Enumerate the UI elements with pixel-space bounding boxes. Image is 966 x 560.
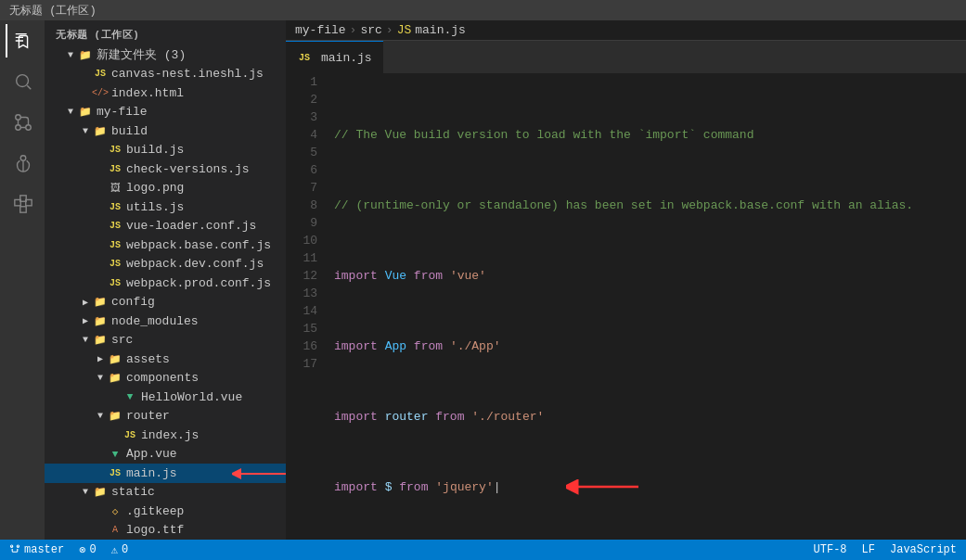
chevron-my-file: ▼ [63,105,78,120]
status-lineending[interactable]: LF [862,543,875,556]
sidebar-item-index-html[interactable]: ▶ </> index.html [45,83,286,103]
sidebar-item-router[interactable]: ▼ 📁 router [45,407,286,426]
status-bar: master ⊗ 0 ⚠ 0 UTF-8 LF JavaScript [0,540,966,560]
logo-ttf-label: logo.ttf [126,523,184,537]
sidebar-item-webpack-base[interactable]: ▶ JS webpack.base.conf.js [45,235,286,255]
tab-main-js-label: main.js [321,51,372,65]
code-line-6: import $ from 'jquery'| [334,478,966,496]
activity-explorer[interactable] [6,24,39,57]
activity-bar [0,20,45,540]
code-content: // The Vue build version to load with th… [327,73,966,540]
components-folder-icon: 📁 [108,371,122,386]
check-versions-label: check-versions.js [126,162,250,176]
build-label: build [111,124,148,138]
folder-icon: 📁 [78,47,93,62]
title-bar: 无标题 (工作区) [0,0,966,20]
gitkeep-label: .gitkeep [126,504,184,518]
activity-debug[interactable] [6,146,39,180]
activity-extensions[interactable] [6,187,39,221]
code-arrow [566,479,640,495]
activity-search[interactable] [6,65,39,98]
js-icon: JS [108,161,122,176]
sidebar-item-src[interactable]: ▼ 📁 src [45,331,286,350]
sidebar-item-static[interactable]: ▼ 📁 static [45,483,286,503]
chevron-new-folder: ▼ [63,47,78,62]
svg-rect-7 [20,207,26,212]
sidebar-item-config[interactable]: ▶ 📁 config [45,293,286,312]
config-label: config [111,295,155,309]
assets-folder-icon: 📁 [108,351,122,366]
sidebar-item-components[interactable]: ▼ 📁 components [45,369,286,388]
sidebar-item-logo-ttf[interactable]: ▶ A logo.ttf [45,521,286,541]
sidebar-item-my-file[interactable]: ▼ 📁 my-file [45,103,286,122]
tab-main-js[interactable]: JS main.js [286,41,383,73]
sidebar-item-webpack-prod[interactable]: ▶ JS webpack.prod.conf.js [45,274,286,293]
vue-loader-label: vue-loader.conf.js [126,219,256,233]
components-label: components [126,371,199,385]
vue-icon: ▼ [122,389,137,404]
js-icon: JS [93,67,108,82]
tab-js-icon: JS [297,50,312,65]
status-error-icon: ⊗ [79,543,85,557]
static-label: static [111,485,155,499]
code-line-1: // The Vue build version to load with th… [334,126,966,144]
js-icon: JS [108,237,122,252]
index-html-label: index.html [111,86,184,100]
main-js-label: main.js [126,466,177,480]
sidebar-item-vue-loader[interactable]: ▶ JS vue-loader.conf.js [45,217,286,236]
activity-source-control[interactable] [6,106,39,139]
my-file-folder-icon: 📁 [78,105,93,120]
node-modules-label: node_modules [111,314,199,328]
sidebar-item-logo-png[interactable]: ▶ 🖼 logo.png [45,179,286,198]
sidebar-item-canvas-nest[interactable]: ▶ JS canvas-nest.ineshl.js [45,65,286,84]
build-js-label: build.js [126,143,184,157]
utils-label: utils.js [126,200,184,214]
router-label: router [126,409,170,423]
svg-point-0 [17,75,29,87]
node-folder-icon: 📁 [93,313,108,328]
status-encoding-label: UTF-8 [814,543,847,556]
new-folder-label: 新建文件夹 (3) [97,46,186,63]
js-icon: JS [122,427,137,442]
canvas-nest-label: canvas-nest.ineshl.js [111,67,264,81]
breadcrumb-js-icon: JS [397,23,412,37]
sidebar-item-main-js[interactable]: ▶ JS main.js [45,464,286,483]
breadcrumb-my-file: my-file [295,23,346,37]
code-line-2: // (runtime-only or standalone) has been… [334,197,966,214]
status-error-count: 0 [89,543,96,556]
webpack-prod-label: webpack.prod.conf.js [126,276,271,290]
status-language[interactable]: JavaScript [890,543,957,556]
svg-point-2 [16,115,21,121]
js-icon: JS [108,275,122,290]
sidebar-item-webpack-dev[interactable]: ▶ JS webpack.dev.conf.js [45,255,286,274]
sidebar-item-assets[interactable]: ▶ 📁 assets [45,350,286,369]
breadcrumb-filename: main.js [415,23,466,37]
src-label: src [111,333,133,347]
img-icon: 🖼 [108,181,122,196]
sidebar-item-app-vue[interactable]: ▶ ▼ App.vue [45,445,286,465]
code-line-4: import App from './App' [334,337,966,355]
js-icon: JS [108,199,122,214]
sidebar-item-helloworld[interactable]: ▶ ▼ HelloWorld.vue [45,388,286,407]
sidebar-item-check-versions[interactable]: ▶ JS check-versions.js [45,159,286,179]
assets-label: assets [126,352,170,366]
sidebar-item-utils[interactable]: ▶ JS utils.js [45,197,286,217]
title-text: 无标题 (工作区) [9,3,97,19]
sidebar-arrow [232,465,286,482]
src-folder-icon: 📁 [93,333,108,348]
status-encoding[interactable]: UTF-8 [814,543,847,556]
sidebar: 无标题 (工作区) ▼ 📁 新建文件夹 (3) ▶ JS canvas-nest… [45,20,286,540]
router-folder-icon: 📁 [108,409,122,424]
sidebar-header: 无标题 (工作区) [45,20,286,45]
webpack-base-label: webpack.base.conf.js [126,238,271,252]
sidebar-item-new-folder[interactable]: ▼ 📁 新建文件夹 (3) [45,45,286,65]
sidebar-item-build-js[interactable]: ▶ JS build.js [45,141,286,160]
editor-area: my-file › src › JS main.js JS main.js 12… [286,20,966,540]
js-icon: JS [108,465,122,480]
sidebar-item-node-modules[interactable]: ▶ 📁 node_modules [45,312,286,331]
sidebar-item-router-index[interactable]: ▶ JS index.js [45,426,286,445]
sidebar-item-build[interactable]: ▼ 📁 build [45,121,286,141]
code-editor[interactable]: 12345 678910 1112131415 1617 // The Vue … [286,73,966,540]
status-warning-icon: ⚠ [111,543,118,557]
sidebar-item-gitkeep[interactable]: ▶ ◇ .gitkeep [45,502,286,521]
